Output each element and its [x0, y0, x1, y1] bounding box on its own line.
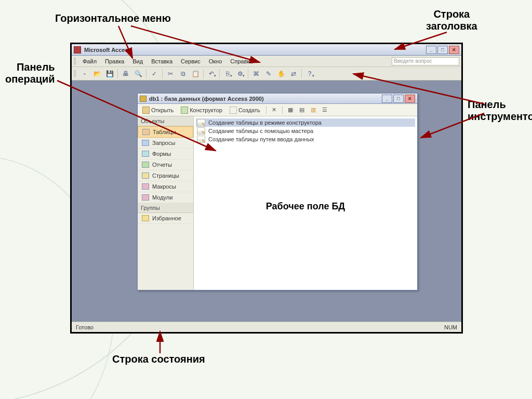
nav-item-tables[interactable]: Таблицы: [138, 126, 193, 138]
toolbar-separator: [162, 69, 163, 78]
db-toolbar-separator: [282, 106, 283, 114]
db-window-title: db1 : база данных (формат Access 2000): [149, 96, 264, 102]
help-icon[interactable]: ?: [304, 69, 315, 79]
nav-item-favorites[interactable]: Избранное: [138, 213, 193, 224]
nav-item-pages[interactable]: Страницы: [138, 170, 193, 181]
nav-item-reports[interactable]: Отчеты: [138, 159, 193, 170]
nav-label: Отчеты: [152, 162, 172, 168]
minimize-button[interactable]: _: [426, 46, 436, 54]
status-text: Готово: [76, 324, 94, 330]
macros-icon: [142, 183, 149, 190]
code-icon[interactable]: ⌘: [250, 69, 262, 79]
db-minimize-button[interactable]: _: [382, 95, 392, 103]
menu-edit[interactable]: Правка: [101, 57, 128, 65]
list-item-create-by-entry[interactable]: Создание таблицы путем ввода данных: [196, 135, 415, 143]
list-pane: Создание таблицы в режиме конструктора С…: [194, 116, 417, 290]
details-view-icon[interactable]: ☰: [320, 105, 329, 115]
nav-item-queries[interactable]: Запросы: [138, 138, 193, 149]
print-icon[interactable]: 🖶: [120, 69, 131, 79]
toolbar-separator: [301, 69, 302, 78]
script-icon[interactable]: ✎: [263, 69, 274, 79]
callout-menu: Горизонтальное меню: [55, 12, 171, 24]
callout-workfield: Рабочее поле БД: [266, 201, 345, 212]
open-icon[interactable]: 📂: [91, 69, 103, 79]
pages-icon: [142, 172, 149, 179]
nav-label: Макросы: [152, 183, 176, 190]
relationships-icon[interactable]: ⇄: [288, 69, 299, 79]
cut-icon[interactable]: ✂: [165, 69, 176, 79]
design-button[interactable]: Конструктор: [178, 105, 225, 115]
menubar: Файл Правка Вид Вставка Сервис Окно Спра…: [72, 56, 461, 67]
menu-grip-icon: [74, 58, 76, 65]
open-folder-icon: [142, 107, 150, 114]
mdi-client-area: db1 : база данных (формат Access 2000) _…: [72, 81, 461, 322]
nav-header-groups: Группы: [138, 203, 193, 213]
save-icon[interactable]: 💾: [104, 69, 115, 79]
close-button[interactable]: ✕: [449, 46, 459, 54]
design-button-label: Конструктор: [190, 107, 222, 113]
statusbar: Готово NUM: [72, 322, 461, 332]
main-toolbar: ▫ 📂 💾 🖶 🔍 ✓ ✂ ⧉ 📋 ↶ ⎘ ⚙ ⌘ ✎ ✋ ⇄ ?: [72, 67, 461, 81]
reports-icon: [142, 162, 149, 168]
modules-icon: [142, 194, 149, 201]
callout-titlebar: Строка заголовка: [426, 8, 477, 32]
list-item-label: Создание таблицы путем ввода данных: [208, 136, 314, 142]
delete-icon[interactable]: ✕: [270, 105, 279, 115]
list-view-icon[interactable]: ▥: [309, 105, 318, 115]
queries-icon: [142, 140, 149, 146]
database-window: db1 : база данных (формат Access 2000) _…: [137, 93, 418, 290]
list-item-label: Создание таблицы с помощью мастера: [208, 128, 313, 134]
toolbar-separator: [146, 69, 147, 78]
menu-file[interactable]: Файл: [79, 57, 100, 65]
nav-label: Модули: [152, 194, 172, 201]
db-close-button[interactable]: ✕: [405, 95, 415, 103]
create-button-label: Создать: [238, 107, 260, 113]
db-toolbar-separator: [266, 106, 267, 114]
list-item-label: Создание таблицы в режиме конструктора: [208, 119, 322, 126]
toolbar-separator: [117, 69, 118, 78]
menu-service[interactable]: Сервис: [177, 57, 204, 65]
menu-view[interactable]: Вид: [129, 57, 147, 65]
office-links-icon[interactable]: ⎘: [222, 69, 233, 79]
properties-icon[interactable]: ✋: [275, 69, 287, 79]
nav-item-macros[interactable]: Макросы: [138, 181, 193, 192]
design-icon: [181, 107, 188, 114]
database-icon: [140, 96, 147, 102]
analyze-icon[interactable]: ⚙: [234, 69, 246, 79]
window-controls: _ □ ✕: [426, 46, 459, 54]
list-item-create-design[interactable]: Создание таблицы в режиме конструктора: [196, 118, 415, 127]
wizard-icon: [197, 136, 205, 143]
app-window: Microsoft Access _ □ ✕ Файл Правка Вид В…: [72, 44, 461, 332]
menu-help[interactable]: Справка: [227, 57, 256, 65]
wizard-icon: [197, 127, 205, 135]
create-button[interactable]: Создать: [227, 105, 263, 115]
spelling-icon[interactable]: ✓: [149, 69, 160, 79]
large-icons-icon[interactable]: ▦: [286, 105, 295, 115]
tables-icon: [142, 129, 150, 135]
db-maximize-button[interactable]: □: [393, 95, 404, 103]
help-search-input[interactable]: Введите вопрос: [392, 57, 459, 65]
paste-icon[interactable]: 📋: [190, 69, 201, 79]
access-icon: [74, 46, 81, 54]
nav-pane: Объекты Таблицы Запросы Формы: [138, 116, 194, 290]
toolbar-separator: [203, 69, 204, 78]
callout-statusbar: Строка состояния: [112, 353, 205, 365]
db-body: Объекты Таблицы Запросы Формы: [138, 116, 417, 290]
print-preview-icon[interactable]: 🔍: [132, 69, 144, 79]
nav-header-objects: Объекты: [138, 116, 193, 126]
small-icons-icon[interactable]: ▤: [297, 105, 307, 115]
new-file-icon[interactable]: ▫: [79, 69, 90, 79]
menu-insert[interactable]: Вставка: [148, 57, 176, 65]
menu-window[interactable]: Окно: [205, 57, 226, 65]
favorites-icon: [142, 215, 149, 221]
screenshot-frame: Microsoft Access _ □ ✕ Файл Правка Вид В…: [70, 43, 463, 334]
toolbar-separator: [219, 69, 220, 78]
nav-item-modules[interactable]: Модули: [138, 192, 193, 203]
undo-icon[interactable]: ↶: [206, 69, 217, 79]
list-item-create-wizard[interactable]: Создание таблицы с помощью мастера: [196, 127, 415, 135]
forms-icon: [142, 151, 149, 157]
maximize-button[interactable]: □: [437, 46, 448, 54]
open-button[interactable]: Открыть: [140, 105, 176, 115]
copy-icon[interactable]: ⧉: [177, 69, 189, 79]
nav-item-forms[interactable]: Формы: [138, 149, 193, 159]
